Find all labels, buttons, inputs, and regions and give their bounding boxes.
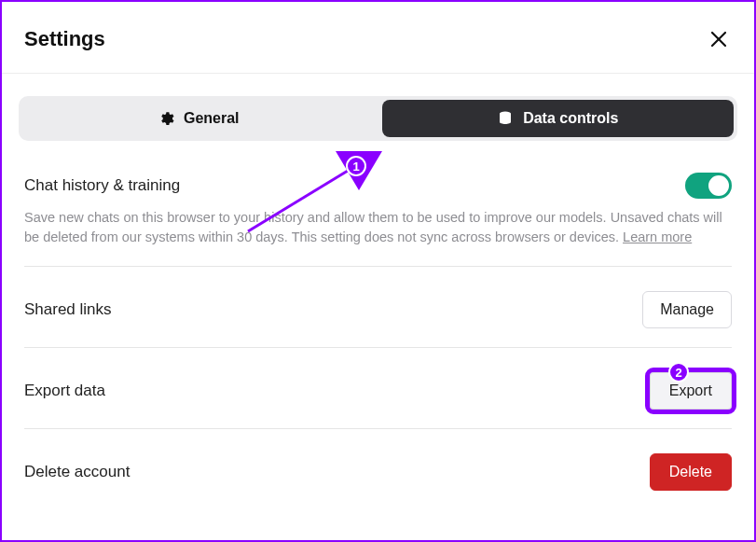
close-button[interactable] — [706, 26, 732, 52]
chat-training-label: Chat history & training — [24, 176, 180, 195]
export-data-label: Export data — [24, 382, 105, 400]
tab-general-label: General — [184, 110, 240, 127]
tab-data-controls[interactable]: Data controls — [382, 100, 735, 137]
section-chat-training: Chat history & training Save new chats o… — [24, 173, 732, 267]
export-button[interactable]: Export — [650, 372, 732, 410]
tab-data-controls-label: Data controls — [523, 110, 618, 127]
delete-account-label: Delete account — [24, 463, 130, 481]
shared-links-label: Shared links — [24, 300, 112, 319]
settings-content: Chat history & training Save new chats o… — [19, 173, 737, 491]
close-icon — [710, 31, 727, 48]
database-icon — [497, 110, 514, 127]
header-divider — [2, 73, 754, 74]
delete-button[interactable]: Delete — [650, 453, 732, 491]
page-title: Settings — [24, 27, 105, 51]
gear-icon — [158, 110, 174, 127]
learn-more-link[interactable]: Learn more — [623, 229, 692, 244]
settings-modal: Settings General — [2, 2, 754, 540]
section-shared-links: Shared links Manage — [24, 291, 732, 348]
tabs: General Data controls — [19, 96, 737, 141]
section-export-data: Export data Export — [24, 372, 732, 429]
modal-header: Settings — [19, 26, 737, 73]
chat-training-toggle[interactable] — [685, 173, 732, 199]
chat-training-description: Save new chats on this browser to your h… — [24, 208, 732, 247]
tab-general[interactable]: General — [22, 100, 375, 137]
section-delete-account: Delete account Delete — [24, 453, 732, 491]
manage-button[interactable]: Manage — [642, 291, 732, 328]
